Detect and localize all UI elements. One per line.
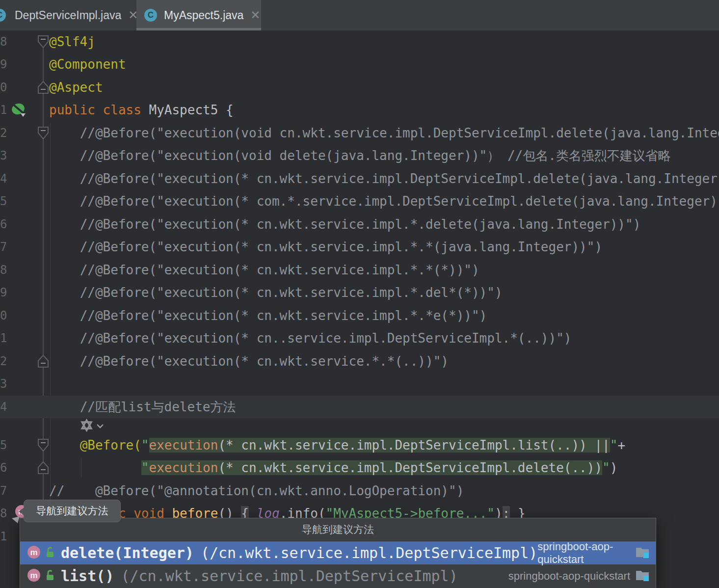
code-segment: [49, 354, 80, 369]
code-segment: public class: [49, 103, 149, 117]
code-segment: ": [610, 438, 618, 453]
code-segment: @Slf4j: [49, 34, 95, 49]
code-line[interactable]: "execution(* cn.wkt.service.impl.DeptSer…: [49, 456, 617, 480]
code-segment: //@Before("execution(* cn.wkt.service.im…: [80, 240, 602, 254]
code-line[interactable]: @Before("execution(* cn.wkt.service.impl…: [49, 434, 625, 457]
code-segment: [49, 331, 80, 346]
line-number: 9: [0, 53, 8, 76]
line-number: 6: [0, 456, 8, 480]
module-name: springboot-aop-quickstart: [508, 570, 630, 583]
code-line[interactable]: //@Before("execution(* com.*.service.imp…: [49, 190, 719, 213]
line-number: 7: [0, 480, 8, 503]
aop-advice-icon[interactable]: [80, 419, 93, 434]
advice-target-row[interactable]: m list() (/cn.wkt.service.impl.DeptServi…: [20, 564, 656, 588]
code-segment: //@Before("execution(void cn.wkt.service…: [80, 126, 719, 140]
declaring-class-path: (/cn.wkt.service.impl.DeptServiceImpl): [201, 544, 537, 561]
module-icon: [635, 545, 650, 561]
code-segment: //@Before("execution(* cn.wkt.service.im…: [80, 308, 487, 323]
chevron-down-icon[interactable]: [96, 422, 104, 431]
aop-advice-inlay[interactable]: [80, 418, 104, 434]
navigate-advice-popup: 导航到建议方法 m delete(Integer) (/cn.wkt.servi…: [20, 518, 656, 588]
code-segment: MyAspect5 {: [149, 103, 234, 117]
tooltip-text: 导航到建议方法: [36, 504, 108, 518]
code-segment: @Before(: [80, 438, 141, 453]
tab-label: MyAspect5.java: [164, 9, 243, 22]
tab-deptserviceimpl[interactable]: C DeptServiceImpl.java ✕: [0, 0, 132, 30]
line-number: 8: [0, 502, 8, 525]
code-segment: //@Before("execution(* cn.wkt.service.im…: [80, 171, 719, 186]
code-segment: execution: [149, 438, 218, 453]
line-number: 4: [0, 396, 8, 419]
code-segment: [49, 126, 80, 140]
code-segment: //@Before("execution(* cn.wkt.service.im…: [80, 263, 479, 277]
module-icon: [635, 568, 650, 584]
tab-myaspect5[interactable]: C MyAspect5.java ✕: [136, 0, 261, 30]
code-line[interactable]: //@Before("execution(* cn.wkt.service.im…: [49, 304, 487, 327]
code-segment: ": [602, 460, 610, 475]
code-line[interactable]: // @Before("@annotation(cn.wkt.anno.LogO…: [49, 480, 464, 503]
code-line[interactable]: //@Before("execution(void cn.wkt.service…: [49, 122, 719, 145]
class-icon: C: [144, 9, 157, 22]
fold-start-icon[interactable]: [37, 438, 49, 452]
code-line[interactable]: //@Before("execution(* cn.wkt.service.im…: [49, 236, 602, 259]
code-segment: @Component: [49, 57, 126, 72]
code-line[interactable]: //@Before("execution(* cn.wkt.service.im…: [49, 281, 503, 304]
code-line[interactable]: //@Before("execution(* cn..service.impl.…: [49, 327, 571, 350]
tab-label: DeptServiceImpl.java: [15, 9, 121, 22]
editor-tab-bar: C DeptServiceImpl.java ✕ C MyAspect5.jav…: [0, 0, 719, 30]
code-line[interactable]: @Aspect: [49, 76, 103, 99]
spring-bean-icon[interactable]: [11, 102, 27, 120]
fold-start-icon[interactable]: [37, 126, 49, 140]
code-line[interactable]: //@Before("execution(* cn.wkt.service.im…: [49, 259, 479, 282]
svg-text:m: m: [30, 548, 37, 557]
code-segment: [49, 400, 80, 414]
line-number: 8: [0, 30, 8, 53]
line-number: 0: [0, 76, 8, 99]
code-line[interactable]: //@Before("execution(void delete(java.la…: [49, 144, 671, 167]
module-name: springboot-aop-quickstart: [537, 540, 630, 566]
close-icon[interactable]: ✕: [250, 9, 260, 21]
advice-target-row[interactable]: m delete(Integer) (/cn.wkt.service.impl.…: [20, 541, 656, 564]
code-segment: [49, 285, 80, 300]
code-line[interactable]: //@Before("execution(* cn.wkt.service.im…: [49, 167, 719, 190]
code-segment: //@Before("execution(* cn..service.impl.…: [80, 331, 572, 346]
code-line[interactable]: public class MyAspect5 {: [49, 99, 234, 122]
code-segment: ": [141, 460, 149, 475]
code-segment: ): [610, 460, 618, 475]
code-line[interactable]: //匹配list与delete方法: [49, 396, 236, 419]
code-segment: +: [617, 438, 625, 453]
code-segment: //@Before("execution(void delete(java.la…: [80, 148, 671, 163]
line-number: 1: [0, 327, 8, 350]
code-line[interactable]: //@Before("execution(* cn.wkt.service.*.…: [49, 350, 449, 373]
code-segment: //@Before("execution(* com.*.service.imp…: [80, 194, 719, 209]
line-number: 6: [0, 213, 8, 236]
code-segment: [49, 171, 80, 186]
code-segment: [49, 148, 80, 163]
line-number: 9: [0, 281, 8, 304]
line-number: 7: [0, 236, 8, 259]
line-number: 4: [0, 167, 8, 190]
class-icon: C: [0, 9, 6, 22]
code-line[interactable]: //@Before("execution(* cn.wkt.service.im…: [49, 213, 640, 236]
code-segment: //@Before("execution(* cn.wkt.service.im…: [80, 217, 641, 232]
fold-end-icon[interactable]: [37, 80, 49, 94]
code-line[interactable]: @Slf4j: [49, 30, 95, 53]
fold-start-icon[interactable]: [37, 35, 49, 49]
fold-end-icon[interactable]: [37, 354, 49, 368]
code-line[interactable]: @Component: [49, 53, 126, 76]
svg-text:m: m: [30, 571, 37, 580]
tooltip-tail: [19, 508, 24, 515]
line-number: 8: [0, 259, 8, 282]
code-segment: (* cn.wkt.service.impl.DeptServiceImpl.l…: [218, 438, 610, 453]
code-segment: [49, 438, 80, 453]
method-signature: delete(Integer): [61, 544, 194, 561]
tooltip: 导航到建议方法: [24, 500, 121, 522]
code-segment: [49, 460, 141, 475]
code-segment: [49, 217, 80, 232]
fold-end-icon[interactable]: [37, 461, 49, 475]
code-segment: //@Before("execution(* cn.wkt.service.*.…: [80, 354, 449, 369]
line-number: 1: [0, 525, 8, 548]
code-segment: // @Before("@annotation(cn.wkt.anno.LogO…: [49, 483, 464, 498]
code-segment: @Aspect: [49, 80, 103, 95]
line-number: 2: [0, 350, 8, 373]
